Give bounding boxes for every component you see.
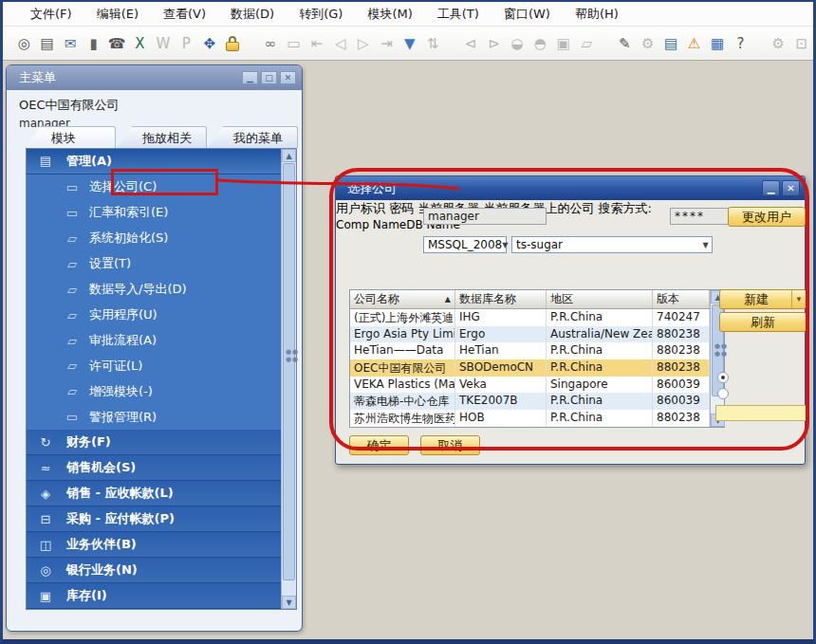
addon-export-icon[interactable]: ⊡ [792,33,810,54]
menu-item-2[interactable]: 查看(V) [151,6,218,23]
calendar-icon[interactable]: ▦ [708,33,726,54]
table-row[interactable]: OEC中国有限公司SBODemoCNP.R.China880238 [350,359,710,377]
tree-item-0[interactable]: ▤管理(A) [27,149,281,175]
fax-icon[interactable]: ☎ [107,33,125,54]
next-record-icon[interactable]: ▷ [354,33,372,54]
dialog-title-bar[interactable]: 选择公司 ▁ ✕ [336,176,805,200]
company-table-header: 公司名称▲数据库名称地区版本 [350,290,710,309]
find-icon[interactable]: ∞ [261,33,279,54]
tree-item-label: 数据导入/导出(D) [89,281,187,298]
menu-item-7[interactable]: 窗口(W) [491,6,563,23]
minimize-icon[interactable]: ▁ [242,71,258,84]
menu-item-4[interactable]: 转到(G) [287,6,355,23]
column-header-label: 公司名称 [354,291,399,307]
server-name-select[interactable]: ts-sugar ▼ [511,236,713,253]
previous-record-icon[interactable]: ◁ [331,33,349,54]
column-header-3[interactable]: 版本 [653,290,710,308]
drafts-folder-icon[interactable]: ▱ [578,33,596,54]
tree-scrollbar-thumb[interactable] [283,163,295,580]
tree-item-7[interactable]: ▱审批流程(A) [27,328,281,354]
tree-item-16[interactable]: ◎银行业务(N) [27,558,281,583]
duplicate-icon[interactable]: ▣ [554,33,572,54]
first-record-icon[interactable]: ⇤ [307,33,325,54]
tree-item-4[interactable]: ▱设置(T) [27,251,281,277]
payment-means-icon[interactable]: ◒ [508,33,526,54]
scroll-up-icon[interactable]: ▲ [282,149,296,162]
table-row[interactable]: Ergo Asia Pty LimitedErgoAustralia/New Z… [350,326,710,343]
tree-item-17[interactable]: ▣库存(I) [27,583,281,609]
warning-messages-icon[interactable]: ⚠ [685,33,703,54]
table-row[interactable]: 苏州浩欧博生物医药HOBP.R.China880238 [350,410,710,427]
tree-item-8[interactable]: ▱许可证(L) [27,354,281,379]
refresh-button[interactable]: 刷新 [719,312,807,332]
ok-button[interactable]: 确定 [349,435,409,455]
tab-0[interactable]: 模块 [26,126,116,148]
tree-item-6[interactable]: ▱实用程序(U) [27,303,281,328]
search-mode-radio-0[interactable] [717,372,729,383]
edit-pencil-icon[interactable]: ✎ [616,33,634,54]
tree-item-10[interactable]: ▭警报管理(R) [27,404,281,430]
print-preview-icon[interactable]: ◎ [15,33,33,54]
print-icon[interactable]: ▤ [38,33,56,54]
column-header-1[interactable]: 数据库名称 [455,290,547,308]
menu-item-8[interactable]: 帮助(H) [563,6,631,23]
tree-item-12[interactable]: ≈销售机会(S) [27,455,281,481]
dialog-close-icon[interactable]: ✕ [782,180,800,196]
search-mode-radio-1[interactable] [717,388,729,399]
export-word-icon[interactable]: W [154,33,172,54]
tree-scrollbar[interactable]: ▲ ●●●● ▼ [281,149,296,609]
close-icon[interactable]: ✕ [280,71,296,84]
menu-item-0[interactable]: 文件(F) [18,6,84,23]
folder-icon: ▱ [63,283,82,297]
last-record-icon[interactable]: ⇥ [378,33,396,54]
tab-2[interactable]: 我的菜单 [208,126,298,148]
column-header-2[interactable]: 地区 [547,290,653,308]
payment-wizard-icon[interactable]: ◓ [531,33,549,54]
tree-item-9[interactable]: ▱增强模块(-) [27,378,281,404]
form-settings-gear-icon[interactable]: ⚙ [639,33,657,54]
table-row[interactable]: HeTian——DataHeTianP.R.China880238 [350,342,710,359]
tab-1[interactable]: 拖放相关 [117,126,207,148]
tree-item-1[interactable]: ▭选择公司(C) [27,175,281,200]
user-id-field[interactable]: manager [423,208,547,225]
export-pdf-icon[interactable]: P [177,33,195,54]
table-row[interactable]: VEKA Plastics (MalaysiVekaSingapore86003… [350,377,710,394]
maximize-icon[interactable]: □ [261,71,277,84]
doc-forward-icon[interactable]: ⊳ [485,33,503,54]
addon-settings-icon[interactable]: ⚙ [770,33,788,54]
lock-screen-icon[interactable] [223,33,241,54]
column-header-0[interactable]: 公司名称▲ [350,290,455,308]
send-message-icon[interactable]: ✉ [61,33,79,54]
search-input[interactable] [715,405,807,421]
dialog-minimize-icon[interactable]: ▁ [762,180,780,196]
tree-item-15[interactable]: ◫业务伙伴(B) [27,532,281,558]
menu-item-6[interactable]: 工具(T) [425,6,491,23]
change-user-button[interactable]: 更改用户 [728,207,806,227]
navigate-icon[interactable]: ✥ [200,33,218,54]
menu-item-3[interactable]: 数据(D) [218,6,287,23]
menu-item-5[interactable]: 模块(M) [355,6,424,23]
scroll-down-icon[interactable]: ▼ [282,596,296,609]
cancel-button[interactable]: 取消 [420,435,480,455]
tree-item-13[interactable]: ◈销售 - 应收帐款(L) [27,481,281,506]
tree-item-14[interactable]: ⊟采购 - 应付帐款(P) [27,506,281,532]
add-record-icon[interactable]: ▭ [285,33,303,54]
table-row[interactable]: (正式)上海外滩英迪IHGP.R.China740247 [350,309,710,326]
tree-item-11[interactable]: ↻财务(F) [27,430,281,455]
chevron-down-icon[interactable]: ▼ [791,290,806,308]
doc-back-icon[interactable]: ⊲ [461,33,479,54]
sort-icon[interactable]: ⇅ [423,33,441,54]
tree-item-3[interactable]: ▱系统初始化(S) [27,226,281,251]
help-icon[interactable]: ? [732,33,750,54]
menu-item-1[interactable]: 编辑(E) [84,6,151,23]
tree-item-2[interactable]: ▭汇率和索引(E) [27,200,281,226]
filter-icon[interactable]: ▼ [400,33,418,54]
server-type-select[interactable]: MSSQL_2008 ▼ [423,236,507,253]
query-form-icon[interactable]: ▤ [661,33,679,54]
tree-item-5[interactable]: ▱数据导入/导出(D) [27,277,281,303]
table-row[interactable]: 蒂森电梯-中心仓库TKE2007BP.R.China860039 [350,393,710,410]
main-menu-title-bar[interactable]: 主菜单 ▁ □ ✕ [7,65,302,90]
mobile-upload-icon[interactable]: ▮ [84,33,102,54]
export-excel-icon[interactable]: X [131,33,149,54]
new-button[interactable]: 新建 ▼ [719,289,807,309]
